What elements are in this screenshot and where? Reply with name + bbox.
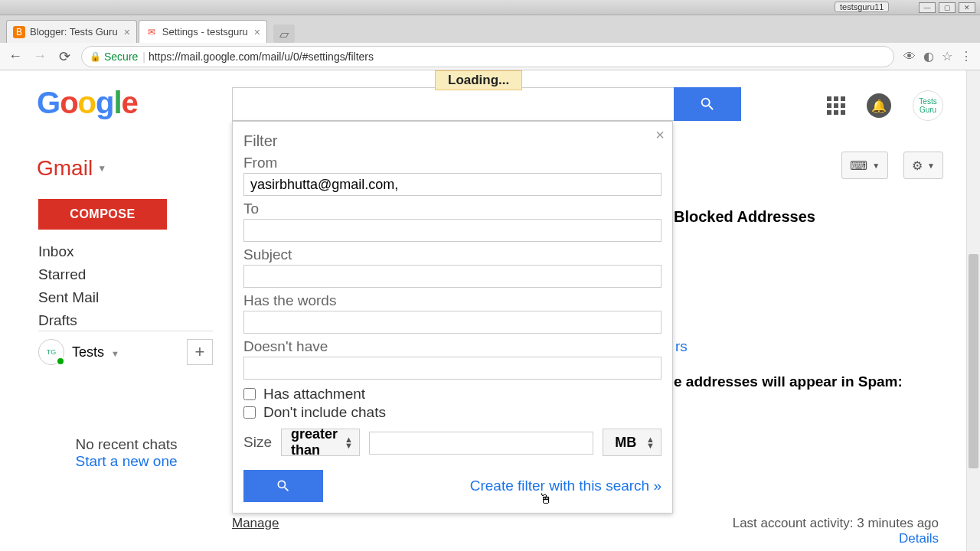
- tab-close-icon[interactable]: ×: [124, 26, 130, 38]
- gmail-app: Google 🔔 Tests Guru Gmail ▼ ⌨ ▼ ⚙ ▼ COMP…: [0, 70, 966, 551]
- compose-button[interactable]: COMPOSE: [38, 199, 167, 230]
- search-button[interactable]: [674, 87, 741, 121]
- url-text: https://mail.google.com/mail/u/0/#settin…: [149, 51, 374, 63]
- chevron-down-icon: ▼: [111, 349, 119, 358]
- nav-inbox[interactable]: Inbox: [38, 240, 99, 263]
- notifications-icon[interactable]: 🔔: [867, 93, 891, 118]
- size-label: Size: [243, 434, 272, 451]
- stepper-icon: ▲▼: [345, 436, 353, 448]
- blogger-favicon: B: [13, 26, 25, 38]
- new-conversation-button[interactable]: +: [187, 339, 213, 365]
- settings-tab-blocked[interactable]: Blocked Addresses: [674, 208, 815, 226]
- filter-search-button[interactable]: [243, 470, 323, 502]
- chevron-down-icon: ▼: [927, 161, 935, 170]
- size-unit-value: MB: [615, 435, 636, 451]
- nav-starred[interactable]: Starred: [38, 263, 99, 286]
- subject-input[interactable]: [243, 265, 662, 288]
- size-unit-select[interactable]: MB ▲▼: [603, 429, 662, 456]
- apps-grid-icon[interactable]: [827, 96, 845, 115]
- create-filter-link[interactable]: Create filter with this search »: [470, 478, 662, 494]
- search-icon: [276, 478, 291, 494]
- close-panel-button[interactable]: ×: [655, 126, 665, 144]
- gmail-label-text: Gmail: [37, 156, 93, 181]
- dont-include-chats-label: Don't include chats: [263, 404, 386, 421]
- browser-toolbar: ← → ⟳ 🔒 Secure | https://mail.google.com…: [0, 43, 980, 70]
- search-input[interactable]: [232, 87, 674, 121]
- secure-label: Secure: [104, 51, 138, 63]
- window-minimize-button[interactable]: —: [919, 2, 936, 13]
- browser-menu-icon[interactable]: ⋮: [960, 49, 972, 64]
- back-button[interactable]: ←: [8, 49, 23, 64]
- gmail-dropdown[interactable]: Gmail ▼: [37, 156, 106, 181]
- to-input[interactable]: [243, 219, 662, 242]
- gear-icon: ⚙: [912, 158, 923, 173]
- input-tools-button[interactable]: ⌨ ▼: [841, 152, 888, 179]
- footer-activity: Last account activity: 3 minutes ago Det…: [733, 516, 939, 546]
- keyboard-icon: ⌨: [850, 158, 867, 173]
- hangouts-name: Tests: [72, 344, 104, 360]
- bookmark-star-icon[interactable]: ☆: [942, 49, 952, 64]
- doesnt-have-input[interactable]: [243, 357, 662, 380]
- to-label: To: [243, 201, 662, 217]
- browser-tab-blogger[interactable]: B Blogger: Tests Guru ×: [6, 20, 137, 43]
- dont-include-chats-checkbox[interactable]: [243, 406, 256, 419]
- settings-gear-button[interactable]: ⚙ ▼: [903, 152, 943, 179]
- browser-tab-gmail-settings[interactable]: ✉ Settings - testsguru ×: [139, 20, 267, 43]
- vertical-scrollbar[interactable]: [966, 70, 980, 551]
- size-operator-select[interactable]: greater than ▲▼: [281, 429, 360, 456]
- chevron-down-icon: ▼: [872, 161, 880, 170]
- address-bar[interactable]: 🔒 Secure | https://mail.google.com/mail/…: [81, 46, 894, 67]
- scrollbar-thumb[interactable]: [969, 254, 978, 468]
- presence-indicator-icon: [56, 357, 65, 366]
- nav-sent-mail[interactable]: Sent Mail: [38, 286, 99, 309]
- details-link[interactable]: Details: [733, 531, 939, 546]
- stepper-icon: ▲▼: [646, 436, 655, 448]
- new-tab-button[interactable]: ▱: [273, 24, 295, 43]
- window-username: testsguru11: [835, 2, 889, 12]
- from-input[interactable]: [243, 173, 662, 196]
- size-value-input[interactable]: [369, 432, 593, 455]
- has-words-label: Has the words: [243, 292, 662, 309]
- doesnt-have-label: Doesn't have: [243, 338, 662, 355]
- hangouts-avatar[interactable]: TG: [38, 339, 64, 365]
- gmail-favicon: ✉: [145, 26, 158, 38]
- loading-banner: Loading...: [435, 70, 522, 90]
- chevron-down-icon: ▼: [97, 163, 106, 174]
- nav-drafts[interactable]: Drafts: [38, 309, 99, 332]
- subject-label: Subject: [243, 246, 662, 263]
- filter-title: Filter: [243, 132, 662, 150]
- last-activity-text: Last account activity: 3 minutes ago: [733, 516, 939, 531]
- filter-dropdown-panel: × Filter From To Subject Has the words D…: [232, 121, 673, 514]
- settings-toolbar: ⌨ ▼ ⚙ ▼: [841, 152, 943, 179]
- hangouts-section: TG Tests ▼ +: [38, 331, 213, 365]
- start-new-chat-link[interactable]: Start a new one: [38, 453, 214, 470]
- forward-button[interactable]: →: [32, 49, 47, 64]
- spam-note-partial: e addresses will appear in Spam:: [674, 373, 903, 390]
- detect-icon[interactable]: ◐: [923, 49, 934, 64]
- mail-nav: Inbox Starred Sent Mail Drafts: [38, 240, 99, 332]
- window-close-button[interactable]: ✕: [959, 2, 975, 13]
- window-maximize-button[interactable]: ▢: [939, 2, 956, 13]
- account-avatar[interactable]: Tests Guru: [913, 90, 943, 121]
- hangouts-empty-line1: No recent chats: [38, 436, 214, 453]
- manage-link[interactable]: Manage: [232, 516, 279, 531]
- has-attachment-checkbox[interactable]: [243, 388, 256, 400]
- tab-close-icon[interactable]: ×: [254, 26, 260, 38]
- lock-icon: 🔒: [90, 51, 101, 62]
- eye-icon[interactable]: 👁: [903, 50, 916, 64]
- size-operator-value: greater than: [291, 426, 338, 458]
- tab-label: Settings - testsguru: [162, 26, 248, 37]
- google-logo[interactable]: Google: [37, 86, 138, 120]
- mouse-cursor-icon: 🖱: [539, 491, 553, 507]
- reload-button[interactable]: ⟳: [57, 49, 72, 64]
- search-icon: [699, 96, 716, 112]
- tab-label: Blogger: Tests Guru: [30, 26, 118, 37]
- from-label: From: [243, 155, 662, 171]
- has-words-input[interactable]: [243, 311, 662, 334]
- os-titlebar: testsguru11 — ▢ ✕: [0, 0, 980, 15]
- has-attachment-label: Has attachment: [263, 386, 365, 403]
- filters-partial-link[interactable]: rs: [675, 338, 688, 355]
- hangouts-name-dropdown[interactable]: Tests ▼: [72, 344, 119, 360]
- header-icons: 🔔 Tests Guru: [827, 90, 943, 121]
- browser-tab-strip: B Blogger: Tests Guru × ✉ Settings - tes…: [0, 15, 980, 43]
